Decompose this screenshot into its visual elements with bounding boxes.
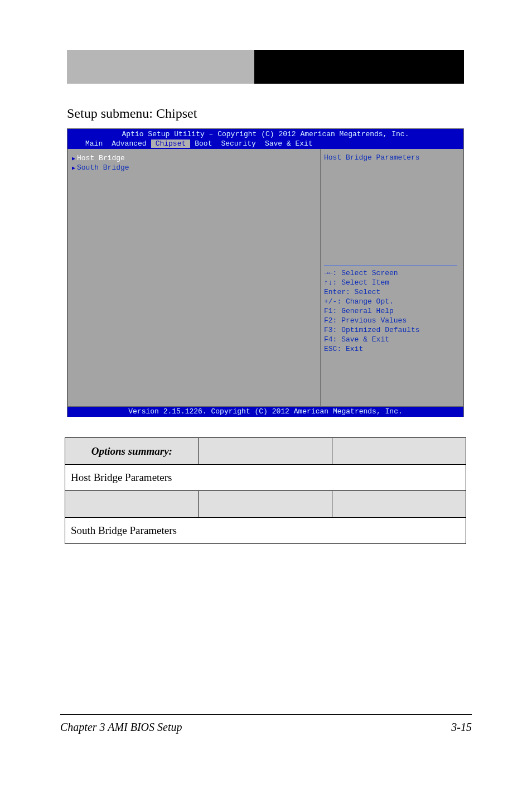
header-gray-block — [67, 50, 254, 84]
bios-right-divider — [324, 265, 457, 266]
bios-item-label: South Bridge — [77, 163, 129, 172]
bios-menu-main[interactable]: Main — [81, 139, 107, 148]
bios-menu-advanced[interactable]: Advanced — [107, 139, 151, 148]
table-header-row: Options summary: — [65, 438, 466, 465]
bios-screenshot: Aptio Setup Utility – Copyright (C) 2012… — [67, 128, 464, 417]
bios-menu-bar: Main Advanced Chipset Boot Security Save… — [67, 139, 463, 148]
section-heading: Setup submenu: Chipset — [67, 106, 197, 121]
bios-item-label: Host Bridge — [77, 154, 125, 162]
bios-menu-save-exit[interactable]: Save & Exit — [260, 139, 317, 148]
bios-menu-chipset[interactable]: Chipset — [151, 139, 191, 148]
options-summary-table: Options summary: Host Bridge Parameters … — [65, 437, 466, 544]
submenu-arrow-icon: ▶ — [70, 155, 77, 162]
bios-title-text: Aptio Setup Utility – Copyright (C) 2012… — [67, 130, 463, 138]
bios-menu-boot[interactable]: Boot — [190, 139, 216, 148]
submenu-arrow-icon: ▶ — [70, 165, 77, 171]
bios-right-pane: Host Bridge Parameters →←: Select Screen… — [321, 149, 463, 407]
bios-key-line: ESC: Exit — [324, 344, 420, 354]
table-header-cell — [199, 491, 332, 518]
table-header-cell — [332, 438, 466, 465]
bios-key-line: F4: Save & Exit — [324, 335, 420, 344]
header-black-block — [254, 50, 464, 84]
bios-key-line: F2: Previous Values — [324, 316, 420, 325]
bios-key-legend: →←: Select Screen ↑↓: Select Item Enter:… — [324, 268, 420, 354]
footer-right-text: 3-15 — [451, 721, 472, 734]
bios-title-bar: Aptio Setup Utility – Copyright (C) 2012… — [67, 129, 463, 149]
table-row: Host Bridge Parameters — [65, 465, 466, 491]
bios-key-line: Enter: Select — [324, 287, 420, 297]
bios-help-text: Host Bridge Parameters — [324, 153, 463, 162]
table-desc-cell: Host Bridge Parameters — [65, 465, 466, 491]
bios-item-south-bridge[interactable]: ▶ South Bridge — [70, 163, 320, 172]
footer-left-text: Chapter 3 AMI BIOS Setup — [60, 721, 182, 734]
table-header-cell: Options summary: — [65, 438, 199, 465]
table-header-cell — [332, 491, 466, 518]
page-header-band — [67, 50, 464, 84]
bios-left-pane: ▶ Host Bridge ▶ South Bridge — [67, 149, 321, 407]
table-header-cell — [65, 491, 199, 518]
bios-footer-bar: Version 2.15.1226. Copyright (C) 2012 Am… — [67, 407, 463, 417]
bios-key-line: →←: Select Screen — [324, 268, 420, 278]
bios-key-line: F1: General Help — [324, 306, 420, 316]
bios-key-line: F3: Optimized Defaults — [324, 325, 420, 335]
footer-rule — [60, 714, 472, 715]
table-header-cell — [199, 438, 332, 465]
bios-item-host-bridge[interactable]: ▶ Host Bridge — [70, 153, 320, 163]
bios-body: ▶ Host Bridge ▶ South Bridge Host Bridge… — [67, 149, 463, 407]
bios-key-line: ↑↓: Select Item — [324, 278, 420, 287]
bios-key-line: +/-: Change Opt. — [324, 297, 420, 306]
bios-menu-security[interactable]: Security — [216, 139, 260, 148]
table-header-row — [65, 491, 466, 518]
table-desc-cell: South Bridge Parameters — [65, 518, 466, 544]
table-row: South Bridge Parameters — [65, 518, 466, 544]
